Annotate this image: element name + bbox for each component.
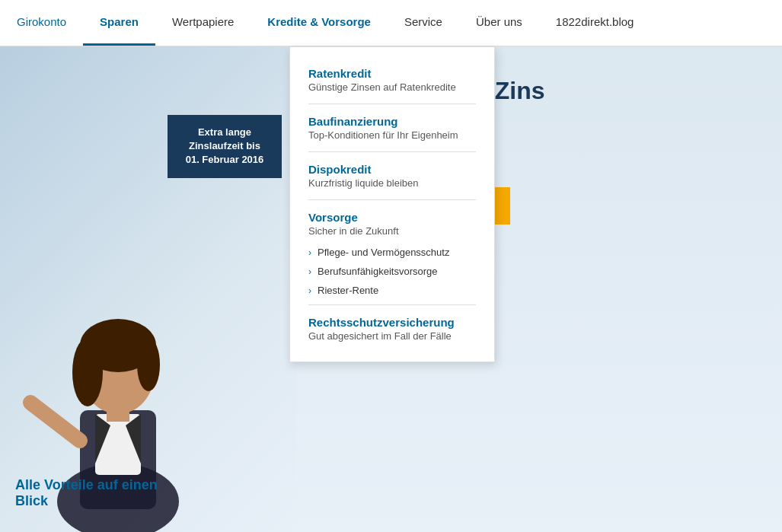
dropdown-ratenkredit[interactable]: Ratenkredit Günstige Zinsen auf Ratenkre…	[290, 61, 494, 99]
svg-line-8	[30, 403, 80, 441]
nav-item-wertpapiere[interactable]: Wertpapiere	[155, 0, 251, 46]
svg-rect-7	[107, 406, 129, 422]
arrow-icon: ›	[308, 285, 311, 296]
svg-point-5	[72, 338, 103, 406]
nav-item-sparen[interactable]: Sparen	[83, 0, 155, 46]
nav-item-service[interactable]: Service	[388, 0, 459, 46]
nav-item-ueber[interactable]: Über uns	[459, 0, 539, 46]
nav-item-girokonto[interactable]: Girokonto	[0, 0, 83, 46]
dropdown-rechtsschutz[interactable]: Rechtsschutzversicherung Gut abgesichert…	[290, 310, 494, 348]
navigation: Girokonto Sparen Wertpapiere Kredite & V…	[0, 0, 782, 46]
divider-1	[308, 104, 476, 104]
nav-item-kredite[interactable]: Kredite & Vorsorge	[251, 0, 388, 46]
dropdown-link-berufs[interactable]: › Berufsunfähigkeitsvorsorge	[290, 262, 494, 281]
dropdown-vorsorge[interactable]: Vorsorge Sicher in die Zukunft	[290, 205, 494, 243]
kredite-dropdown: Ratenkredit Günstige Zinsen auf Ratenkre…	[289, 46, 495, 362]
nav-item-blog[interactable]: 1822direkt.blog	[539, 0, 651, 46]
arrow-icon: ›	[308, 247, 311, 258]
dropdown-dispokredit[interactable]: Dispokredit Kurzfristig liquide bleiben	[290, 157, 494, 195]
divider-3	[308, 199, 476, 200]
alle-vorteile-link[interactable]: Alle Vorteile auf einen Blick	[15, 477, 168, 509]
dropdown-link-pflege[interactable]: › Pflege- und Vermögensschutz	[290, 243, 494, 262]
dropdown-baufinanzierung[interactable]: Baufinanzierung Top-Konditionen für Ihr …	[290, 109, 494, 147]
svg-point-6	[137, 338, 160, 391]
divider-4	[308, 304, 476, 305]
promo-badge: Extra lange Zinslaufzeit bis 01. Februar…	[168, 115, 282, 178]
arrow-icon: ›	[308, 266, 311, 277]
hero-image-area: Extra lange Zinslaufzeit bis 01. Februar…	[0, 46, 297, 532]
dropdown-link-riester[interactable]: › Riester-Rente	[290, 281, 494, 300]
divider-2	[308, 151, 476, 152]
